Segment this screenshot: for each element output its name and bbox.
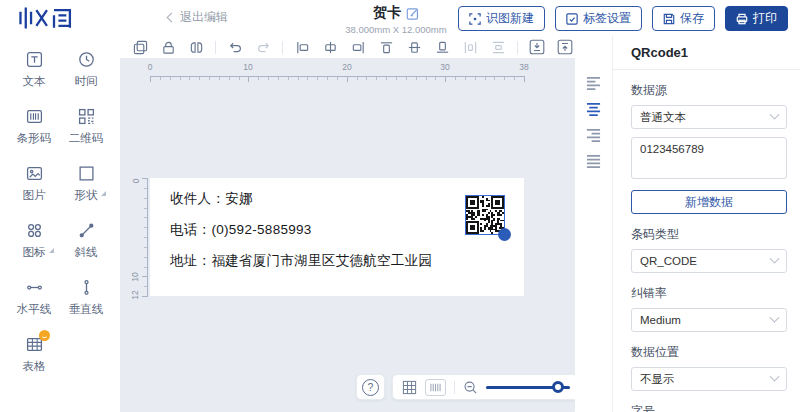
- text-align-left-icon[interactable]: [585, 75, 602, 90]
- text-align-justify-icon[interactable]: [585, 153, 602, 168]
- error-correction-label: 纠错率: [631, 285, 787, 302]
- toolbar-divider: [215, 41, 216, 54]
- bring-to-front-icon[interactable]: [553, 37, 577, 57]
- undo-icon[interactable]: [223, 37, 247, 57]
- document-title-block: 贺卡 38.000mm X 12.000mm: [345, 4, 446, 35]
- align-center-horizontal-icon[interactable]: [318, 37, 342, 57]
- send-to-back-icon[interactable]: [525, 37, 549, 57]
- chevron-down-icon: [770, 109, 780, 119]
- document-dimensions: 38.000mm X 12.000mm: [345, 24, 446, 35]
- scan-new-button[interactable]: 识图新建: [458, 6, 545, 31]
- phone-text[interactable]: 电话：(0)592-5885993: [170, 221, 432, 239]
- properties-panel: QRcode1 数据源 普通文本 0123456789 新增数据 条码类型 QR…: [612, 36, 800, 412]
- tool-time[interactable]: 时间: [60, 50, 112, 94]
- chevron-down-icon: [770, 312, 780, 322]
- header: 退出编辑 贺卡 38.000mm X 12.000mm 识图新建: [0, 0, 800, 36]
- horizontal-line-icon: [26, 278, 43, 296]
- toolbar-divider: [454, 381, 455, 394]
- label-settings-button[interactable]: 标签设置: [555, 6, 642, 31]
- text-align-strip: [575, 58, 612, 412]
- zoom-slider-knob[interactable]: [552, 381, 564, 393]
- exit-edit-label: 退出编辑: [180, 9, 228, 26]
- tool-image[interactable]: 图片: [8, 164, 60, 208]
- data-source-select[interactable]: 普通文本: [631, 105, 787, 129]
- header-actions: 识图新建 标签设置 保存 打印: [458, 6, 788, 31]
- label-card[interactable]: 收件人：安娜 电话：(0)592-5885993 地址：福建省厦门市湖里区艾德航…: [150, 178, 524, 296]
- grid-toggle-icon[interactable]: [402, 380, 417, 395]
- tool-table[interactable]: 表格: [8, 335, 60, 379]
- back-chevron-icon: [167, 13, 177, 23]
- tool-horizontal-line[interactable]: 水平线: [8, 278, 60, 322]
- distribute-horizontal-icon[interactable]: [458, 37, 482, 57]
- tool-icons[interactable]: 图标: [8, 221, 60, 265]
- font-size-label: 字号: [631, 403, 787, 412]
- clock-icon: [78, 50, 95, 68]
- text-align-center-icon[interactable]: [585, 101, 602, 116]
- qrcode-icon: [78, 107, 95, 125]
- label-settings-icon: [566, 13, 578, 25]
- image-icon: [26, 164, 43, 182]
- tool-barcode[interactable]: 条形码: [8, 107, 60, 151]
- add-data-button[interactable]: 新增数据: [631, 190, 787, 214]
- data-source-label: 数据源: [631, 82, 787, 99]
- panel-divider: [613, 69, 800, 70]
- barcode-type-label: 条码类型: [631, 226, 787, 243]
- help-icon: ?: [362, 379, 379, 396]
- document-title: 贺卡: [373, 4, 401, 22]
- object-toolbar: [120, 36, 612, 58]
- print-icon: [736, 13, 748, 25]
- zoom-out-icon[interactable]: [463, 380, 478, 395]
- recipient-text[interactable]: 收件人：安娜: [170, 190, 432, 208]
- save-button[interactable]: 保存: [652, 6, 715, 31]
- tool-diagonal-line[interactable]: 斜线: [60, 221, 112, 265]
- shape-icon: [78, 164, 95, 182]
- redo-icon[interactable]: [251, 37, 275, 57]
- expand-corner-icon: [101, 191, 106, 196]
- help-button[interactable]: ?: [356, 374, 385, 400]
- tool-shape[interactable]: 形状: [60, 164, 112, 208]
- data-value-input[interactable]: 0123456789: [631, 137, 787, 179]
- zoom-slider[interactable]: [486, 386, 570, 389]
- align-top-icon[interactable]: [374, 37, 398, 57]
- flip-horizontal-icon[interactable]: [184, 37, 208, 57]
- canvas-bottom-bar: ?: [356, 374, 575, 400]
- card-text-block: 收件人：安娜 电话：(0)592-5885993 地址：福建省厦门市湖里区艾德航…: [170, 190, 432, 270]
- label-editor-app: 退出编辑 贺卡 38.000mm X 12.000mm 识图新建: [0, 0, 800, 412]
- main-area: 0 10 20 30 38 0 10 12 收件人：安娜 电话：(0)592-5…: [120, 36, 612, 412]
- horizontal-ruler: 0 10 20 30 38: [150, 62, 525, 84]
- text-icon: [26, 50, 43, 68]
- expand-corner-icon: [49, 248, 54, 253]
- tool-sidebar: 文本 时间 条形码 二维码 图片 形状: [0, 36, 120, 412]
- distribute-vertical-icon[interactable]: [486, 37, 510, 57]
- align-middle-vertical-icon[interactable]: [402, 37, 426, 57]
- qr-code[interactable]: [465, 195, 505, 235]
- duplicate-icon[interactable]: [128, 37, 152, 57]
- print-button[interactable]: 打印: [725, 6, 788, 31]
- address-text[interactable]: 地址：福建省厦门市湖里区艾德航空工业园: [170, 252, 432, 270]
- tool-text[interactable]: 文本: [8, 50, 60, 94]
- chevron-down-icon: [770, 371, 780, 381]
- error-correction-select[interactable]: Medium: [631, 308, 787, 332]
- tool-qrcode[interactable]: 二维码: [60, 107, 112, 151]
- edit-title-icon[interactable]: [406, 7, 419, 20]
- chevron-down-icon: [770, 253, 780, 263]
- toolbar-divider: [282, 41, 283, 54]
- align-bottom-icon[interactable]: [430, 37, 454, 57]
- table-icon: [26, 335, 43, 353]
- lock-icon[interactable]: [156, 37, 180, 57]
- text-align-right-icon[interactable]: [585, 127, 602, 142]
- data-position-label: 数据位置: [631, 344, 787, 361]
- exit-edit-button[interactable]: 退出编辑: [168, 9, 228, 26]
- new-badge: [39, 330, 50, 341]
- align-left-icon[interactable]: [290, 37, 314, 57]
- toolbar-divider: [517, 41, 518, 54]
- tool-vertical-line[interactable]: 垂直线: [60, 278, 112, 322]
- save-icon: [663, 13, 675, 25]
- vertical-ruler: 0 10 12: [134, 178, 148, 297]
- barcode-type-select[interactable]: QR_CODE: [631, 249, 787, 273]
- design-canvas[interactable]: 0 10 20 30 38 0 10 12 收件人：安娜 电话：(0)592-5…: [120, 58, 575, 412]
- data-position-select[interactable]: 不显示: [631, 367, 787, 391]
- selection-resize-handle[interactable]: [498, 228, 511, 241]
- barcode-view-icon[interactable]: [425, 379, 446, 396]
- align-right-icon[interactable]: [346, 37, 370, 57]
